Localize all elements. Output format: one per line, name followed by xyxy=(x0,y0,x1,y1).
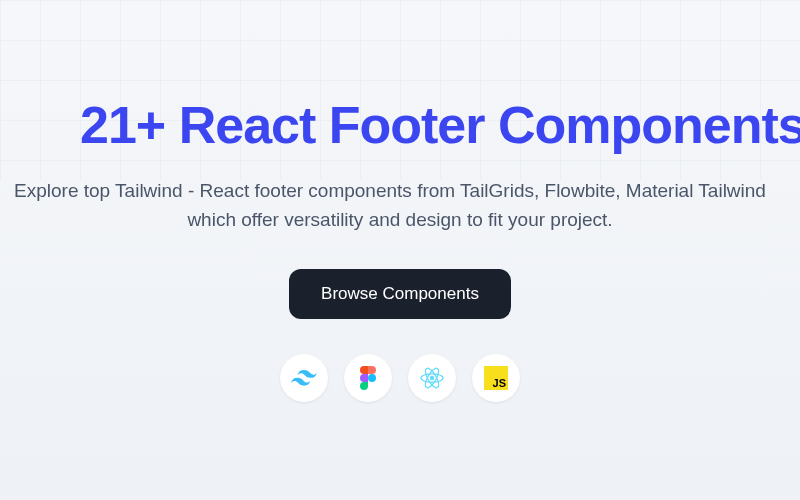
hero-section: 21+ React Footer Components Explore top … xyxy=(0,0,800,402)
javascript-icon-badge[interactable]: JS xyxy=(472,354,520,402)
figma-icon xyxy=(360,366,376,390)
page-title: 21+ React Footer Components xyxy=(80,95,800,155)
react-icon xyxy=(419,365,445,391)
browse-components-button[interactable]: Browse Components xyxy=(289,269,511,319)
tailwind-icon-badge[interactable] xyxy=(280,354,328,402)
subtitle-line-1: Explore top Tailwind - React footer comp… xyxy=(0,177,800,206)
page-subtitle: Explore top Tailwind - React footer comp… xyxy=(0,177,800,234)
react-icon-badge[interactable] xyxy=(408,354,456,402)
tech-icon-row: JS xyxy=(0,354,800,402)
javascript-icon: JS xyxy=(484,366,508,390)
subtitle-line-2: which offer versatility and design to fi… xyxy=(0,206,800,235)
tailwind-icon xyxy=(291,370,317,386)
svg-point-0 xyxy=(368,374,376,382)
figma-icon-badge[interactable] xyxy=(344,354,392,402)
svg-point-1 xyxy=(430,376,434,380)
